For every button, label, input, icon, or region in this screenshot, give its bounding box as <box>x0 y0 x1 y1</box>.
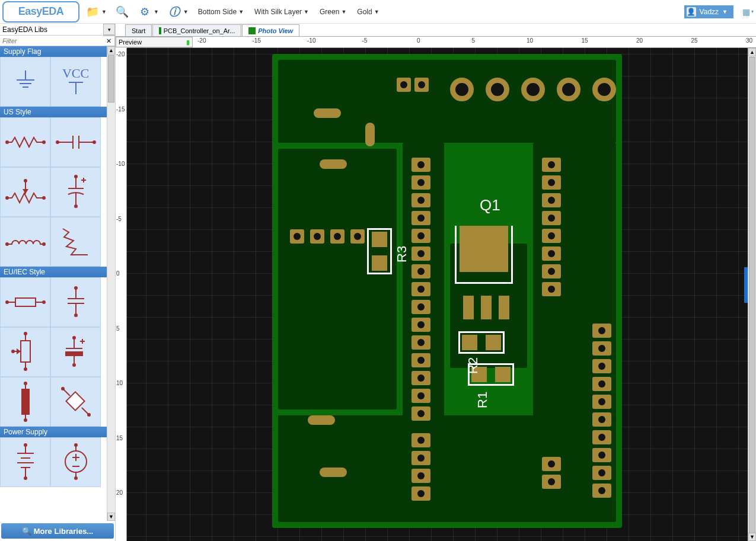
component-capacitor-polarized-us[interactable] <box>50 167 101 217</box>
user-avatar-icon: 👤 <box>687 7 696 17</box>
parts-search-icon: 🔍 <box>115 5 129 19</box>
tab-label: Start <box>132 27 145 34</box>
silk-layer-label: With Silk Layer <box>254 8 302 16</box>
svg-marker-43 <box>17 348 21 354</box>
view-side-label: Bottom Side <box>198 8 237 16</box>
tab-start[interactable]: Start <box>125 24 152 36</box>
pcb-color-dropdown[interactable]: Green ▼ <box>316 8 350 16</box>
chevron-down-icon: ▼ <box>341 9 346 15</box>
silk-layer-dropdown[interactable]: With Silk Layer ▼ <box>251 8 312 16</box>
ref-designator-r1: R1 <box>475 392 490 408</box>
svg-rect-61 <box>66 392 84 410</box>
svg-marker-15 <box>23 189 28 194</box>
tab-bar: Start PCB_Controller_on_Ar... Photo View <box>116 24 756 37</box>
vertical-ruler: -25-20-15-10-505101520 <box>116 48 127 541</box>
component-capacitor-polarized-eu[interactable] <box>50 327 101 377</box>
window-layout-button[interactable]: ▦▼ <box>743 7 754 17</box>
scroll-up-button[interactable]: ▲ <box>748 48 756 56</box>
svg-point-13 <box>92 140 96 144</box>
library-section-header[interactable]: US Style <box>0 107 107 117</box>
svg-point-37 <box>74 286 78 290</box>
ref-designator-r2: R2 <box>465 357 481 374</box>
component-capacitor-eu[interactable] <box>50 277 101 327</box>
info-icon: ⓘ <box>167 5 181 19</box>
svg-point-59 <box>24 418 27 422</box>
chevron-down-icon: ▼ <box>238 9 244 15</box>
component-resistor-us[interactable] <box>0 117 50 167</box>
tab-photo-view[interactable]: Photo View <box>242 24 299 36</box>
tab-pcb-controller[interactable]: PCB_Controller_on_Ar... <box>152 24 241 36</box>
library-dropdown-button[interactable]: ▾ <box>103 24 115 35</box>
svg-point-24 <box>74 175 78 178</box>
svg-point-46 <box>11 350 15 353</box>
scroll-up-button[interactable]: ▲ <box>107 46 115 55</box>
library-sidebar: ▾ ✕ Supply Flag VCC <box>0 24 116 541</box>
component-inductor-us[interactable] <box>0 217 50 267</box>
component-diode-eu[interactable] <box>50 377 101 427</box>
canvas-scrollbar-vertical[interactable]: ▲ ▼ <box>748 48 756 541</box>
right-panel-toggle[interactable] <box>744 267 748 303</box>
svg-point-53 <box>72 336 76 340</box>
svg-point-6 <box>5 140 9 144</box>
component-resistor-us-alt[interactable] <box>50 217 101 267</box>
ref-designator-r3: R3 <box>394 246 410 263</box>
view-side-dropdown[interactable]: Bottom Side ▼ <box>194 8 247 16</box>
search-icon: 🔍 <box>22 527 31 536</box>
svg-point-17 <box>42 196 46 200</box>
svg-point-44 <box>24 332 27 335</box>
svg-point-79 <box>74 443 78 447</box>
scrollbar-thumb[interactable] <box>749 57 755 533</box>
chevron-down-icon: ▼ <box>722 9 728 15</box>
svg-rect-29 <box>15 298 36 306</box>
component-battery[interactable] <box>0 437 50 487</box>
library-list: Supply Flag VCC US <box>0 46 107 521</box>
chevron-down-icon: ▼ <box>304 9 309 15</box>
svg-point-32 <box>42 300 46 304</box>
scroll-down-button[interactable]: ▼ <box>107 513 115 521</box>
component-vcc[interactable]: VCC <box>50 57 101 107</box>
file-menu-button[interactable]: 📁 ▼ <box>83 4 109 20</box>
preview-label: Preview <box>119 39 142 46</box>
search-parts-button[interactable]: 🔍 <box>113 4 132 20</box>
scrollbar-thumb[interactable] <box>108 55 114 103</box>
component-resistor-eu[interactable] <box>0 277 50 327</box>
library-close-button[interactable]: ✕ <box>103 36 115 46</box>
gear-icon: ⚙ <box>138 5 152 19</box>
library-scrollbar[interactable]: ▲ ▼ <box>107 46 115 521</box>
pcb-canvas[interactable]: Q1 R3 R2 R1 <box>127 48 748 541</box>
library-section-header[interactable]: EU/IEC Style <box>0 267 107 277</box>
svg-point-38 <box>74 313 78 317</box>
library-section-header[interactable]: Power Supply <box>0 427 107 437</box>
more-libraries-button[interactable]: 🔍 More Libraries... <box>1 523 114 539</box>
library-filter-input[interactable] <box>0 36 103 46</box>
svg-point-18 <box>24 179 27 183</box>
component-fuse-eu[interactable] <box>0 377 50 427</box>
scroll-down-button[interactable]: ▼ <box>748 533 756 541</box>
battery-icon: ▮ <box>186 39 190 46</box>
close-icon: ✕ <box>106 37 111 45</box>
help-menu-button[interactable]: ⓘ ▼ <box>165 4 191 20</box>
user-name-label: Vadzz <box>700 8 719 16</box>
chevron-down-icon: ▼ <box>374 9 379 15</box>
library-section-header[interactable]: Supply Flag <box>0 46 107 57</box>
svg-line-62 <box>82 408 89 415</box>
component-potentiometer-eu[interactable] <box>0 327 50 377</box>
svg-point-16 <box>5 196 9 200</box>
vcc-text-icon: VCC <box>61 66 91 81</box>
svg-point-71 <box>24 443 27 447</box>
easyeda-logo[interactable]: EasyEDA <box>2 1 79 23</box>
preview-panel[interactable]: Preview ▮ <box>116 37 193 47</box>
component-gnd[interactable] <box>0 57 50 107</box>
svg-point-74 <box>65 451 87 472</box>
component-capacitor-us[interactable] <box>50 117 101 167</box>
component-dc-source[interactable] <box>50 437 101 487</box>
surface-finish-dropdown[interactable]: Gold ▼ <box>353 8 382 16</box>
settings-menu-button[interactable]: ⚙ ▼ <box>135 4 161 20</box>
user-menu[interactable]: 👤 Vadzz ▼ <box>684 5 733 18</box>
component-potentiometer-us[interactable] <box>0 167 50 217</box>
library-selector[interactable] <box>0 24 103 35</box>
svg-point-7 <box>42 140 46 144</box>
chevron-down-icon: ▼ <box>154 9 159 15</box>
pcb-color-label: Green <box>320 8 339 16</box>
svg-rect-40 <box>21 341 30 362</box>
